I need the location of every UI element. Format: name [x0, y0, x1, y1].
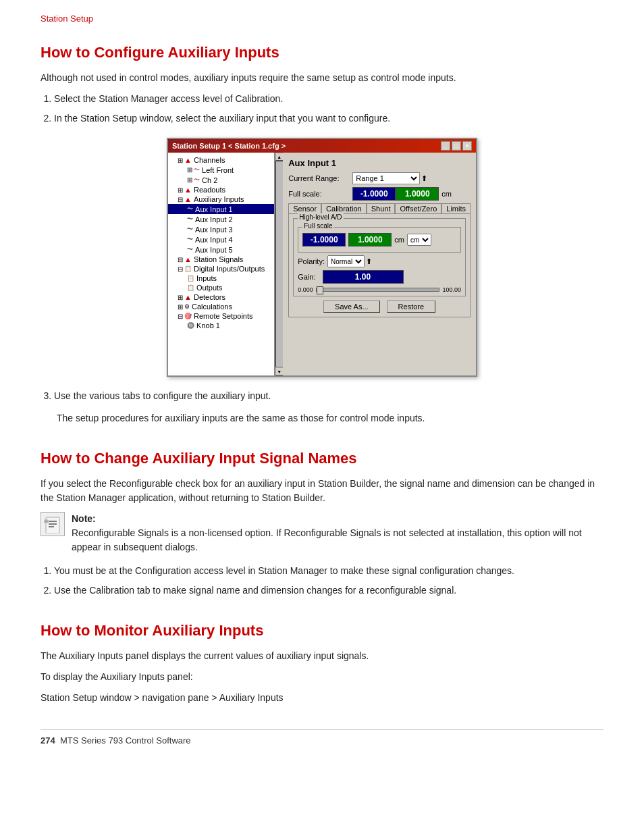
save-as-button[interactable]: Save As...: [323, 301, 380, 313]
title-bar-controls: _ □ ×: [441, 141, 472, 151]
full-scale-inner-group: Full scale -1.0000 1.0000 cm: [298, 227, 461, 253]
step-2: In the Station Setup window, select the …: [54, 111, 603, 126]
section2-steps: You must be at the Configuration access …: [54, 564, 603, 598]
expand-icon-calc: ⊞: [178, 303, 183, 311]
expand-icon-ch2: ⊞: [187, 176, 192, 184]
expand-icon-lf: ⊞: [187, 166, 192, 174]
tree-aux-input-4[interactable]: 〜 Aux Input 4: [168, 234, 274, 244]
tree-aux-inputs[interactable]: ⊟ ▲ Auxiliary Inputs: [168, 194, 274, 204]
current-range-label: Current Range:: [288, 174, 352, 182]
polarity-label: Polarity:: [298, 257, 325, 265]
scroll-track[interactable]: [275, 161, 284, 367]
polarity-row: Polarity: Normal ⬆: [298, 255, 461, 267]
tree-readouts[interactable]: ⊞ ▲ Readouts: [168, 185, 274, 194]
window-title-bar: Station Setup 1 < Station 1.cfg > _ □ ×: [168, 139, 476, 153]
tree-station-signals[interactable]: ⊟ ▲ Station Signals: [168, 255, 274, 264]
full-scale-row: Full scale: -1.0000 1.0000 cm: [288, 187, 471, 201]
tab-content: High-level A/D Full scale -1.0000 1.0000…: [288, 213, 471, 317]
tree-detectors[interactable]: ⊞ ▲ Detectors: [168, 292, 274, 302]
gain-field-wrapper: 1.00: [323, 270, 404, 284]
full-scale-max[interactable]: 1.0000: [396, 187, 439, 201]
section2-step-2: Use the Calibration tab to make signal n…: [54, 583, 603, 598]
note-icon: [41, 512, 65, 536]
note-content: Note: Reconfigurable Signals is a non-li…: [72, 512, 603, 554]
tab-sensor[interactable]: Sensor: [288, 203, 321, 213]
minimize-button[interactable]: _: [441, 141, 450, 151]
note-box: Note: Reconfigurable Signals is a non-li…: [41, 512, 603, 554]
current-range-row: Current Range: Range 1 ⬆: [288, 172, 471, 184]
high-level-label: High-level A/D: [298, 213, 343, 221]
tree-inputs[interactable]: 📋 Inputs: [168, 273, 274, 283]
tree-aux-input-5[interactable]: 〜 Aux Input 5: [168, 244, 274, 255]
section3-para1: The Auxiliary Inputs panel displays the …: [41, 649, 603, 663]
full-scale-unit: cm: [441, 190, 452, 198]
high-level-group: High-level A/D Full scale -1.0000 1.0000…: [293, 218, 466, 296]
tree-panel: ⊞ ▲ Channels ⊞ 〜 Left Front ⊞ 〜 Ch 2: [168, 153, 275, 375]
tree-ch2[interactable]: ⊞ 〜 Ch 2: [168, 175, 274, 185]
section-configure-aux-inputs: How to Configure Auxiliary Inputs Althou…: [41, 44, 603, 425]
expand-icon-dio: ⊟: [178, 265, 183, 273]
product-name: MTS Series 793 Control Software: [60, 735, 191, 746]
step-3: Use the various tabs to configure the au…: [54, 389, 603, 403]
tree-aux-input-2[interactable]: 〜 Aux Input 2: [168, 214, 274, 224]
tab-limits[interactable]: Limits: [441, 203, 471, 213]
note-text: Reconfigurable Signals is a non-licensed…: [72, 527, 582, 552]
tree-knob1[interactable]: 🔘 Knob 1: [168, 321, 274, 330]
tab-offset-zero[interactable]: Offset/Zero: [395, 203, 441, 213]
section-monitor-aux-inputs: How to Monitor Auxiliary Inputs The Auxi…: [41, 622, 603, 705]
gain-slider-row: 0.000 100.00: [298, 286, 461, 293]
tree-channels[interactable]: ⊞ ▲ Channels: [168, 155, 274, 165]
scroll-down-button[interactable]: ▼: [275, 367, 284, 375]
expand-icon-readouts: ⊞: [178, 186, 183, 194]
bottom-buttons: Save As... Restore: [293, 301, 466, 313]
unit-dropdown[interactable]: cm: [407, 234, 431, 246]
section3-para2: To display the Auxiliary Inputs panel:: [41, 670, 603, 684]
polarity-select[interactable]: Normal: [327, 255, 365, 267]
range-spinner[interactable]: ⬆: [421, 174, 427, 183]
section2-heading: How to Change Auxiliary Input Signal Nam…: [41, 450, 603, 467]
tab-shunt[interactable]: Shunt: [367, 203, 396, 213]
maximize-button[interactable]: □: [452, 141, 461, 151]
collapse-icon-aux: ⊟: [178, 196, 183, 203]
section3-heading: How to Monitor Auxiliary Inputs: [41, 622, 603, 640]
expand-icon: ⊞: [178, 157, 183, 164]
footer: 274 MTS Series 793 Control Software: [41, 729, 603, 746]
section1-heading: How to Configure Auxiliary Inputs: [41, 44, 603, 61]
close-button[interactable]: ×: [462, 141, 472, 151]
polarity-spinner[interactable]: ⬆: [366, 257, 372, 266]
station-setup-window: Station Setup 1 < Station 1.cfg > _ □ × …: [167, 138, 477, 377]
tree-left-front[interactable]: ⊞ 〜 Left Front: [168, 165, 274, 175]
note-title: Note:: [72, 513, 96, 524]
slider-thumb[interactable]: [317, 286, 323, 294]
full-scale-group-label: Full scale: [302, 222, 333, 230]
tab-calibration[interactable]: Calibration: [321, 203, 367, 213]
restore-button[interactable]: Restore: [387, 301, 436, 313]
current-range-select[interactable]: Range 1: [352, 172, 420, 184]
full-scale-label: Full scale:: [288, 190, 352, 198]
tree-scrollbar[interactable]: ▲ ▼: [275, 153, 283, 375]
tree-aux-input-3[interactable]: 〜 Aux Input 3: [168, 224, 274, 234]
tree-outputs[interactable]: 📋 Outputs: [168, 283, 274, 292]
full-scale-min[interactable]: -1.0000: [352, 187, 396, 201]
tree-aux-input-1[interactable]: 〜 Aux Input 1: [168, 204, 274, 214]
gain-slider[interactable]: [316, 288, 440, 292]
inner-max-field: 1.0000: [348, 233, 392, 246]
inner-unit: cm: [394, 236, 404, 244]
tree-digital-io[interactable]: ⊟ 📋 Digital Inputs/Outputs: [168, 264, 274, 273]
inner-min-field[interactable]: -1.0000: [302, 233, 346, 246]
section-change-signal-names: How to Change Auxiliary Input Signal Nam…: [41, 450, 603, 598]
slider-min-label: 0.000: [298, 286, 313, 293]
panel-title: Aux Input 1: [288, 158, 471, 168]
tree-calculations[interactable]: ⊞ ⚙ Calculations: [168, 302, 274, 311]
scroll-up-button[interactable]: ▲: [275, 153, 284, 161]
screenshot-container: Station Setup 1 < Station 1.cfg > _ □ × …: [41, 138, 603, 377]
section2-step-1: You must be at the Configuration access …: [54, 564, 603, 578]
gain-field[interactable]: 1.00: [323, 270, 404, 284]
polarity-select-wrapper: Normal: [327, 255, 365, 267]
expand-icon-det: ⊞: [178, 294, 183, 301]
tree-remote-setpoints[interactable]: ⊟ 🎯 Remote Setpoints: [168, 311, 274, 321]
section2-intro: If you select the Reconfigurable check b…: [41, 477, 603, 505]
unit-select[interactable]: cm: [407, 234, 431, 246]
breadcrumb: Station Setup: [41, 14, 603, 24]
note-svg: [43, 515, 62, 533]
